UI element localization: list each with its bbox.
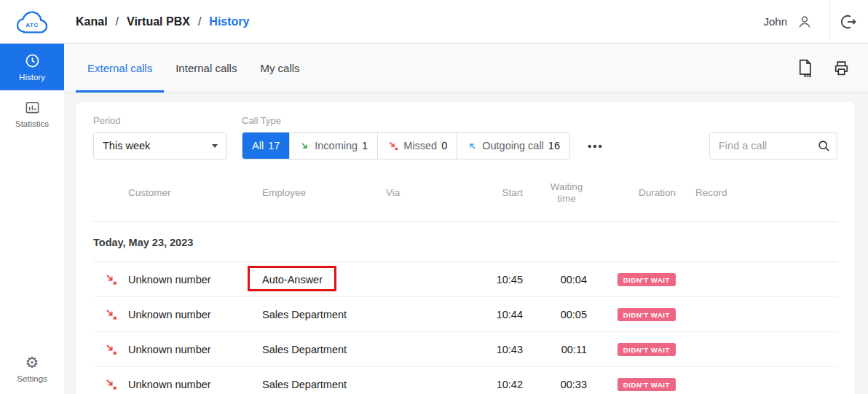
sidebar-item-label: Settings [17,374,47,383]
cell-start: 10:43 [466,344,523,355]
breadcrumb-separator: / [116,15,119,28]
bar-chart-icon [24,99,41,116]
call-type-missed[interactable]: Missed 0 [377,133,457,159]
breadcrumb: Kanal / Virtual PBX / History [64,15,249,28]
filter-row: Period This week Call Type All 17 [93,115,837,159]
tab-label: External calls [87,62,152,74]
breadcrumb-separator: / [198,15,201,28]
call-type-incoming[interactable]: Incoming 1 [289,133,377,159]
tab-actions: xls [795,44,868,92]
breadcrumb-virtual-pbx[interactable]: Virtual PBX [127,15,190,28]
calls-panel: Period This week Call Type All 17 [76,102,855,394]
incoming-call-icon [299,141,310,151]
missed-call-icon [93,272,128,286]
outgoing-call-icon [467,141,478,151]
period-select[interactable]: This week [93,132,227,159]
status-badge: DIDN'T WAIT [618,378,676,391]
tab-label: Internal calls [175,62,237,74]
seg-label: All [252,140,264,151]
call-type-label: Call Type [242,115,570,126]
call-type-segmented: All 17 Incoming 1 [242,132,570,159]
sidebar: History Statistics ⚙ Settings [0,44,64,394]
th-customer: Customer [128,187,262,198]
clock-icon [24,52,41,69]
breadcrumb-kanal[interactable]: Kanal [76,15,108,28]
cloud-logo-icon: ATC [12,7,52,37]
seg-count: 1 [362,140,368,151]
sidebar-item-settings[interactable]: ⚙ Settings [0,347,64,390]
search-icon[interactable] [810,138,837,154]
th-record: Record [682,187,837,198]
sidebar-item-history[interactable]: History [0,44,64,90]
status-badge: DIDN'T WAIT [618,343,676,356]
cell-waiting-time: 00:33 [523,379,587,390]
user-profile-icon[interactable] [796,13,813,31]
gear-icon: ⚙ [25,355,39,371]
period-value: This week [103,140,150,151]
seg-label: Incoming [315,140,358,151]
logo-text: ATC [12,22,52,28]
seg-count: 16 [548,140,560,151]
period-filter: Period This week [93,115,227,159]
call-row[interactable]: Unknown number Auto-Answer 10:45 00:04 D… [93,262,837,297]
status-badge: DIDN'T WAIT [618,273,676,286]
th-via: Via [386,187,466,198]
sidebar-item-label: History [19,73,45,82]
tab-internal-calls[interactable]: Internal calls [164,44,248,92]
cell-customer: Unknown number [128,379,262,390]
cell-duration: DIDN'T WAIT [587,343,682,356]
sidebar-item-statistics[interactable]: Statistics [0,90,64,137]
cell-start: 10:42 [466,379,523,390]
call-row[interactable]: Unknown number Sales Department 10:42 00… [93,367,837,394]
employee-text: Auto-Answer [262,274,323,285]
cell-waiting-time: 00:05 [523,309,587,320]
th-employee: Employee [262,187,386,198]
print-icon[interactable] [832,59,851,77]
employee-text: Sales Department [262,309,347,320]
header-right: John [763,0,868,43]
employee-text: Sales Department [262,379,347,390]
search-input[interactable] [710,140,810,151]
cell-start: 10:45 [466,274,523,285]
call-type-all[interactable]: All 17 [242,133,289,159]
status-badge: DIDN'T WAIT [618,308,676,321]
breadcrumb-history: History [209,15,249,28]
call-type-filter: Call Type All 17 Incoming [242,115,570,159]
call-row[interactable]: Unknown number Sales Department 10:44 00… [93,297,837,332]
seg-label: Missed [403,140,437,151]
period-label: Period [93,115,227,126]
tab-label: My calls [260,62,299,74]
missed-call-icon [93,342,128,356]
call-row[interactable]: Unknown number Sales Department 10:43 00… [93,332,837,367]
app-logo[interactable]: ATC [0,0,64,44]
seg-count: 17 [268,140,280,151]
employee-text: Sales Department [262,344,347,355]
seg-count: 0 [441,140,447,151]
th-duration: Duration [587,187,682,198]
missed-call-icon [93,377,128,391]
cell-employee: Sales Department [262,297,386,331]
cell-waiting-time: 00:04 [523,274,587,285]
svg-text:xls: xls [803,72,811,78]
sidebar-item-label: Statistics [15,119,49,128]
cell-customer: Unknown number [128,274,262,285]
cell-customer: Unknown number [128,309,262,320]
tab-external-calls[interactable]: External calls [76,44,164,92]
missed-call-icon [387,140,399,151]
cell-employee: Sales Department [262,332,386,366]
missed-call-icon [93,307,128,321]
th-waiting-time: Waiting time [523,181,587,204]
tab-my-calls[interactable]: My calls [248,44,311,92]
cell-duration: DIDN'T WAIT [587,273,682,286]
logout-icon[interactable] [830,13,868,31]
main-area: External calls Internal calls My calls x… [64,44,868,394]
cell-customer: Unknown number [128,344,262,355]
more-filters-button[interactable]: ••• [585,132,607,159]
call-type-outgoing[interactable]: Outgoing call 16 [457,133,569,159]
cell-duration: DIDN'T WAIT [587,378,682,391]
cell-employee: Sales Department [262,367,386,394]
user-name[interactable]: John [763,15,787,28]
top-bar: ATC Kanal / Virtual PBX / History John [0,0,868,44]
tab-bar: External calls Internal calls My calls x… [64,44,868,93]
export-xls-icon[interactable]: xls [795,58,815,78]
